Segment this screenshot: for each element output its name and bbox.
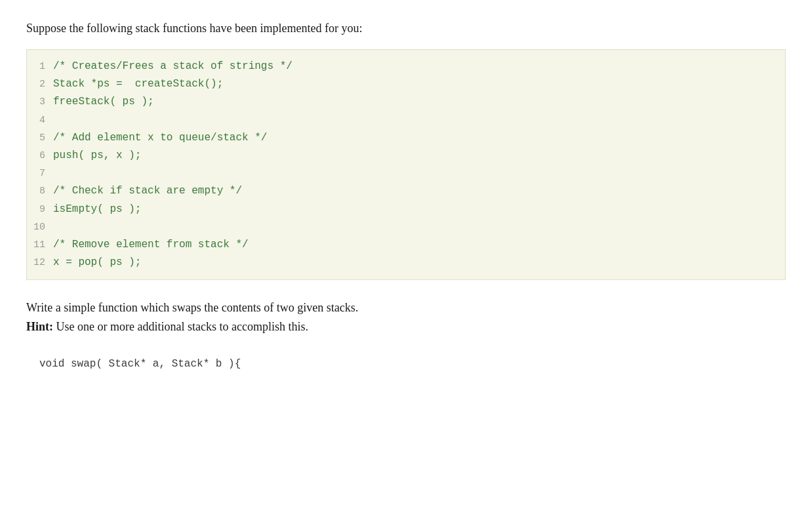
code-line: 1/* Creates/Frees a stack of strings */ (27, 58, 785, 75)
hint-label: Hint: (26, 320, 53, 333)
line-number: 4 (27, 112, 45, 129)
line-content: freeStack( ps ); (53, 93, 154, 111)
line-number: 7 (27, 165, 45, 182)
line-number: 10 (27, 219, 45, 236)
line-number: 3 (27, 94, 45, 111)
intro-text: Suppose the following stack functions ha… (26, 20, 786, 37)
line-number: 8 (27, 183, 45, 200)
code-line: 4 (27, 111, 785, 129)
code-line: 8/* Check if stack are empty */ (27, 182, 785, 200)
line-content: push( ps, x ); (53, 147, 141, 165)
hint-text: Use one or more additional stacks to acc… (53, 320, 308, 333)
line-content (53, 165, 60, 182)
line-content: /* Creates/Frees a stack of strings */ (53, 58, 293, 75)
line-content: /* Add element x to queue/stack */ (53, 129, 267, 147)
code-line: 10 (27, 218, 785, 236)
line-content: /* Remove element from stack */ (53, 236, 249, 254)
line-number: 5 (27, 130, 45, 147)
line-number: 12 (27, 254, 45, 271)
line-number: 2 (27, 76, 45, 93)
line-content (53, 218, 60, 236)
line-number: 1 (27, 58, 45, 75)
code-line: 6push( ps, x ); (27, 147, 785, 165)
line-content: isEmpty( ps ); (53, 201, 141, 218)
function-signature: void swap( Stack* a, Stack* b ){ (26, 355, 786, 374)
code-line: 9isEmpty( ps ); (27, 201, 785, 218)
code-line: 11/* Remove element from stack */ (27, 236, 785, 254)
line-content: /* Check if stack are empty */ (53, 182, 242, 200)
code-line: 5/* Add element x to queue/stack */ (27, 129, 785, 147)
description-text: Write a simple function which swaps the … (26, 301, 358, 314)
line-number: 9 (27, 201, 45, 218)
description-block: Write a simple function which swaps the … (26, 298, 786, 336)
line-number: 11 (27, 237, 45, 254)
code-block: 1/* Creates/Frees a stack of strings */2… (26, 49, 786, 280)
line-content: Stack *ps = createStack(); (53, 75, 223, 93)
code-line: 7 (27, 165, 785, 182)
code-line: 3freeStack( ps ); (27, 93, 785, 111)
code-line: 12x = pop( ps ); (27, 254, 785, 271)
line-content (53, 111, 60, 129)
code-line: 2Stack *ps = createStack(); (27, 75, 785, 93)
line-number: 6 (27, 148, 45, 165)
line-content: x = pop( ps ); (53, 254, 141, 271)
